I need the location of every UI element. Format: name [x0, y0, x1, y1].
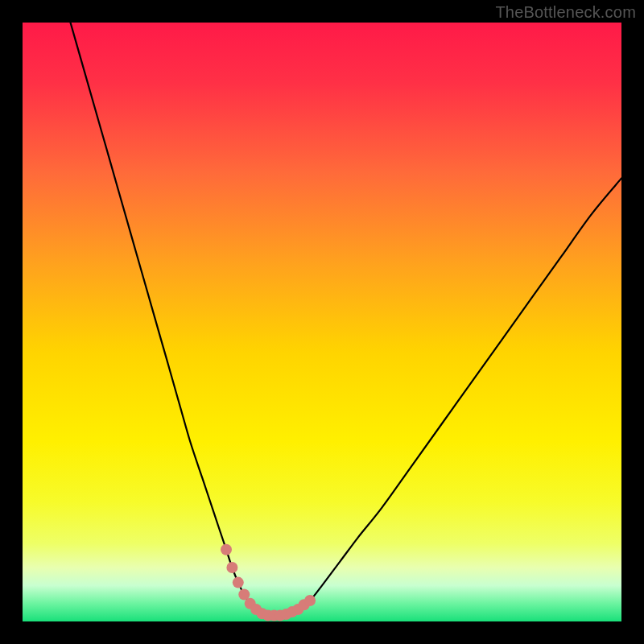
watermark-label: TheBottleneck.com	[495, 3, 636, 22]
plot-area	[23, 23, 621, 621]
bottleneck-curve	[71, 23, 622, 616]
marker-dot	[304, 595, 316, 606]
chart-svg	[23, 23, 621, 621]
marker-dot	[221, 544, 232, 555]
marker-dot	[233, 577, 244, 588]
outer-frame: TheBottleneck.com	[0, 0, 644, 644]
highlight-markers	[221, 544, 316, 621]
marker-dot	[226, 562, 237, 573]
